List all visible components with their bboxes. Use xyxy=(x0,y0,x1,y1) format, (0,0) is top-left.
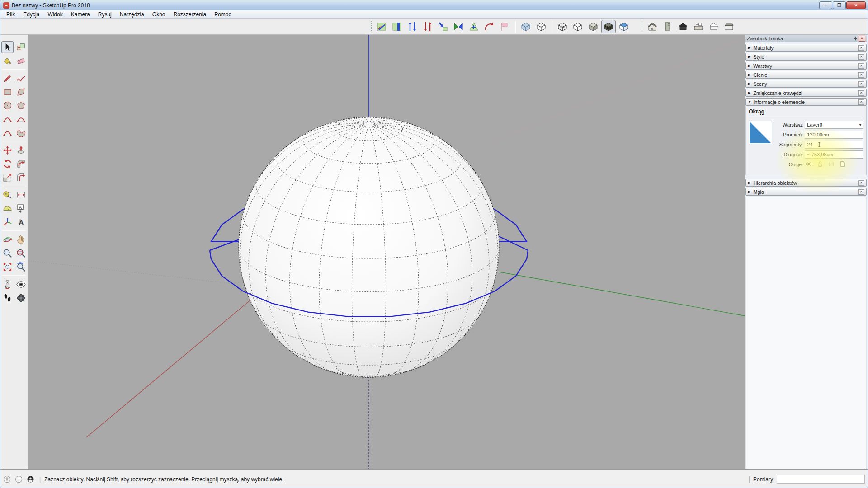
view-front-icon[interactable] xyxy=(676,20,690,33)
style-shaded-textures-icon[interactable] xyxy=(601,20,616,33)
scale-tool[interactable] xyxy=(1,171,14,183)
position-camera-tool[interactable] xyxy=(1,278,14,291)
section-warstwy[interactable]: ▶ Warstwy ✕ xyxy=(745,62,867,70)
claim-credit-icon[interactable] xyxy=(15,475,23,483)
style-back-edges-icon[interactable] xyxy=(534,20,548,33)
sign-in-icon[interactable] xyxy=(27,475,34,483)
view-iso-icon[interactable] xyxy=(645,20,660,33)
menu-widok[interactable]: Widok xyxy=(43,10,66,18)
rectangle-tool[interactable] xyxy=(1,86,14,98)
freehand-tool[interactable] xyxy=(15,72,27,84)
restore-button[interactable]: ❐ xyxy=(833,1,846,9)
look-around-tool[interactable] xyxy=(15,278,27,291)
section-close-icon[interactable]: ✕ xyxy=(858,180,864,186)
style-monochrome-icon[interactable] xyxy=(617,20,631,33)
offset-tool[interactable] xyxy=(15,171,27,183)
section-sceny[interactable]: ▶ Sceny ✕ xyxy=(745,80,867,88)
circle-tool[interactable] xyxy=(1,99,14,112)
measurements-input[interactable] xyxy=(777,475,865,484)
tape-measure-tool[interactable] xyxy=(1,189,14,201)
model-viewport[interactable] xyxy=(28,35,744,469)
lock-icon[interactable] xyxy=(816,160,824,169)
protractor-tool[interactable] xyxy=(1,202,14,215)
make-component-tool[interactable] xyxy=(15,41,27,53)
cast-shadows-icon[interactable] xyxy=(839,160,847,169)
section-plane-tool[interactable] xyxy=(15,292,27,304)
sandbox-from-contours-icon[interactable] xyxy=(374,20,389,33)
zoom-previous-tool[interactable] xyxy=(15,261,27,273)
section-close-icon[interactable]: ✕ xyxy=(858,81,864,87)
rotate-tool[interactable] xyxy=(1,158,14,170)
section-materialy[interactable]: ▶ Materiały ✕ xyxy=(745,44,867,52)
zoom-window-tool[interactable] xyxy=(15,247,27,259)
sandbox-smoove-icon[interactable] xyxy=(405,20,420,33)
menu-plik[interactable]: Plik xyxy=(2,10,19,18)
style-xray-icon[interactable] xyxy=(519,20,533,33)
menu-pomoc[interactable]: Pomoc xyxy=(210,10,235,18)
menu-edycja[interactable]: Edycja xyxy=(19,10,43,18)
sandbox-flip-edge-blue-icon[interactable] xyxy=(467,20,481,33)
style-wireframe-icon[interactable] xyxy=(555,20,570,33)
sandbox-from-scratch-icon[interactable] xyxy=(390,20,404,33)
segments-field[interactable]: 24 I xyxy=(805,141,863,149)
length-field[interactable]: ~ 753,98cm xyxy=(805,150,863,159)
section-close-icon[interactable]: ✕ xyxy=(858,63,864,69)
zoom-tool[interactable] xyxy=(1,247,14,259)
polygon-tool[interactable] xyxy=(15,99,27,112)
push-pull-tool[interactable] xyxy=(15,144,27,156)
menu-kamera[interactable]: Kamera xyxy=(67,10,94,18)
view-back-icon[interactable] xyxy=(707,20,721,33)
view-right-icon[interactable] xyxy=(691,20,706,33)
sandbox-drape-icon[interactable] xyxy=(436,20,450,33)
eraser-tool[interactable] xyxy=(15,55,27,67)
sandbox-flip-edge-icon[interactable] xyxy=(482,20,496,33)
zoom-extents-tool[interactable] xyxy=(1,261,14,273)
section-close-icon[interactable]: ✕ xyxy=(858,54,864,60)
text-tool[interactable] xyxy=(15,202,27,215)
section-informacje[interactable]: ▼ Informacje o elemencie ✕ xyxy=(745,98,867,106)
section-close-icon[interactable]: ✕ xyxy=(858,99,864,105)
pan-tool[interactable] xyxy=(15,234,27,246)
move-tool[interactable] xyxy=(1,144,14,156)
walk-tool[interactable] xyxy=(1,292,14,304)
pie-tool[interactable] xyxy=(15,127,27,139)
arc-tool[interactable] xyxy=(1,113,14,125)
menu-okno[interactable]: Okno xyxy=(148,10,170,18)
section-close-icon[interactable]: ✕ xyxy=(858,45,864,51)
axes-tool[interactable] xyxy=(1,216,14,228)
section-zmiekczanie[interactable]: ▶ Zmiękczanie krawędzi ✕ xyxy=(745,89,867,97)
two-point-arc-tool[interactable] xyxy=(15,113,27,125)
follow-me-tool[interactable] xyxy=(15,158,27,170)
receive-shadows-icon[interactable] xyxy=(827,160,835,169)
position-texture-icon[interactable] xyxy=(497,20,512,33)
view-left-icon[interactable] xyxy=(722,20,736,33)
sandbox-stamp-icon[interactable] xyxy=(420,20,435,33)
menu-rysuj[interactable]: Rysuj xyxy=(94,10,116,18)
line-tool[interactable] xyxy=(1,72,14,84)
toolbar-drag-handle[interactable] xyxy=(370,21,372,32)
geolocation-icon[interactable] xyxy=(3,475,11,483)
3d-text-tool[interactable] xyxy=(15,216,27,228)
section-close-icon[interactable]: ✕ xyxy=(858,90,864,96)
section-close-icon[interactable]: ✕ xyxy=(858,72,864,78)
material-thumbnail[interactable] xyxy=(749,121,772,144)
tray-close-icon[interactable]: ✕ xyxy=(859,36,865,42)
radius-field[interactable]: 120,00cm xyxy=(805,131,863,139)
section-hierarchia[interactable]: ▶ Hierarchia obiektów ✕ xyxy=(745,179,867,187)
rotated-rectangle-tool[interactable] xyxy=(15,86,27,98)
three-point-arc-tool[interactable] xyxy=(1,127,14,139)
section-style[interactable]: ▶ Style ✕ xyxy=(745,53,867,61)
paint-bucket-tool[interactable] xyxy=(1,55,14,67)
section-cienie[interactable]: ▶ Cienie ✕ xyxy=(745,71,867,79)
toolbar-drag-handle[interactable] xyxy=(641,21,643,32)
layer-dropdown[interactable]: Layer0 ▼ xyxy=(805,121,863,129)
menu-narzedzia[interactable]: Narzędzia xyxy=(116,10,148,18)
style-shaded-icon[interactable] xyxy=(586,20,600,33)
tray-pin-icon[interactable] xyxy=(852,35,859,42)
menu-rozszerzenia[interactable]: Rozszerzenia xyxy=(169,10,210,18)
close-button[interactable]: ✕ xyxy=(846,1,866,9)
section-close-icon[interactable]: ✕ xyxy=(858,189,864,195)
sandbox-add-detail-icon[interactable] xyxy=(451,20,466,33)
orbit-tool[interactable] xyxy=(1,234,14,246)
minimize-button[interactable]: ─ xyxy=(819,1,832,9)
